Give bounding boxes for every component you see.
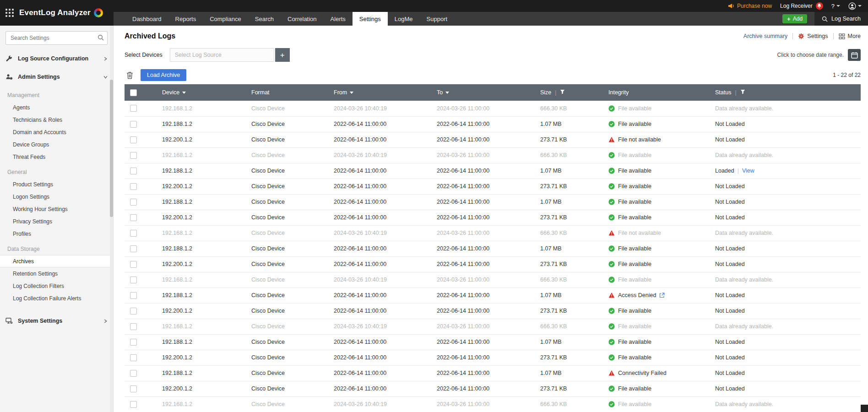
nav-tab-support[interactable]: Support xyxy=(420,12,455,26)
sidebar-item-agents[interactable]: Agents xyxy=(0,101,113,114)
sidebar-item-product-settings[interactable]: Product Settings xyxy=(0,178,113,190)
sidebar-item-profiles[interactable]: Profiles xyxy=(0,228,113,240)
calendar-button[interactable] xyxy=(848,49,861,61)
integrity-label: File available xyxy=(618,121,651,127)
log-search-button[interactable]: Log Search xyxy=(814,12,868,26)
user-menu[interactable] xyxy=(848,2,862,10)
sidebar-item-log-source-configuration[interactable]: Log Source Configuration xyxy=(0,49,113,68)
brand-area: EventLog Analyzer xyxy=(0,0,114,26)
sidebar-item-logon-settings[interactable]: Logon Settings xyxy=(0,190,113,203)
sidebar-item-device-groups[interactable]: Device Groups xyxy=(0,138,113,151)
sidebar-item-threat-feeds[interactable]: Threat Feeds xyxy=(0,151,113,163)
row-checkbox[interactable] xyxy=(130,183,137,190)
column-header-device[interactable]: Device xyxy=(157,84,246,101)
cell-status: Not Loaded xyxy=(710,241,861,256)
row-checkbox[interactable] xyxy=(130,168,137,174)
check-circle-icon xyxy=(608,261,615,267)
cell-from: 2024-03-26 10:40:19 xyxy=(328,396,431,412)
status-label: Not Loaded xyxy=(715,136,745,143)
row-checkbox[interactable] xyxy=(130,276,137,283)
cell-integrity: File available xyxy=(603,396,710,412)
row-checkbox[interactable] xyxy=(130,339,137,346)
status-label: Not Loaded xyxy=(715,385,745,392)
filter-funnel-icon[interactable] xyxy=(560,89,565,96)
sidebar-item-system-settings[interactable]: System Settings xyxy=(0,312,113,330)
view-link[interactable]: View xyxy=(742,168,754,174)
sidebar-item-log-collection-filters[interactable]: Log Collection Filters xyxy=(0,280,113,292)
apps-grid-icon[interactable] xyxy=(5,9,14,17)
cell-checkbox xyxy=(125,116,157,132)
sidebar-scrollbar[interactable] xyxy=(110,26,113,412)
row-checkbox[interactable] xyxy=(130,261,137,268)
row-checkbox[interactable] xyxy=(130,214,137,221)
sidebar-item-technicians-roles[interactable]: Technicians & Roles xyxy=(0,114,113,126)
row-checkbox[interactable] xyxy=(130,354,137,361)
purchase-now-link[interactable]: Purchase now xyxy=(728,3,772,9)
cell-size: 1.07 MB xyxy=(535,287,603,303)
sidebar-item-working-hour-settings[interactable]: Working Hour Settings xyxy=(0,203,113,215)
nav-tab-alerts[interactable]: Alerts xyxy=(324,12,353,26)
nav-tab-search[interactable]: Search xyxy=(248,12,281,26)
scroll-corner-widget[interactable] xyxy=(861,405,868,412)
sidebar-search-input[interactable] xyxy=(5,31,108,45)
help-menu[interactable]: ? xyxy=(831,3,840,10)
row-checkbox[interactable] xyxy=(130,121,137,128)
column-header-format[interactable]: Format xyxy=(246,84,328,101)
cell-size: 666.30 KB xyxy=(535,319,603,334)
add-device-button[interactable]: + xyxy=(275,48,290,62)
select-log-source-input[interactable] xyxy=(170,48,274,62)
row-checkbox[interactable] xyxy=(130,199,137,206)
nav-tab-compliance[interactable]: Compliance xyxy=(203,12,248,26)
add-button[interactable]: + Add xyxy=(782,14,807,23)
nav-tab-dashboard[interactable]: Dashboard xyxy=(125,12,168,26)
row-checkbox[interactable] xyxy=(130,308,137,314)
nav-tab-reports[interactable]: Reports xyxy=(168,12,203,26)
cell-from: 2022-06-14 11:00:00 xyxy=(328,210,431,225)
nav-tab-logme[interactable]: LogMe xyxy=(388,12,420,26)
external-link-icon[interactable] xyxy=(659,293,665,298)
more-action[interactable]: More xyxy=(839,33,861,39)
notification-bell-icon[interactable] xyxy=(816,2,823,10)
nav-tab-correlation[interactable]: Correlation xyxy=(281,12,324,26)
row-checkbox[interactable] xyxy=(130,136,137,143)
row-checkbox[interactable] xyxy=(130,401,137,408)
select-all-checkbox[interactable] xyxy=(130,89,137,96)
sidebar-item-log-collection-failure-alerts[interactable]: Log Collection Failure Alerts xyxy=(0,292,113,304)
sidebar-item-admin-settings[interactable]: Admin Settings xyxy=(0,68,113,86)
column-header-status[interactable]: Status| xyxy=(710,84,861,101)
sidebar-item-archives[interactable]: Archives xyxy=(0,255,113,267)
log-receiver-link[interactable]: Log Receiver xyxy=(780,2,823,10)
column-header-integrity[interactable]: Integrity xyxy=(603,84,710,101)
nav-tab-settings[interactable]: Settings xyxy=(353,12,388,26)
help-label: ? xyxy=(831,3,835,10)
column-header-from[interactable]: From xyxy=(328,84,431,101)
cell-to: 2022-06-14 11:00:00 xyxy=(431,381,535,396)
delete-button[interactable] xyxy=(125,70,135,80)
row-checkbox[interactable] xyxy=(130,370,137,377)
status-label: Data already available. xyxy=(715,152,773,158)
cell-integrity: File available xyxy=(603,303,710,319)
row-checkbox[interactable] xyxy=(130,245,137,252)
row-checkbox[interactable] xyxy=(130,385,137,392)
row-checkbox[interactable] xyxy=(130,230,137,237)
row-checkbox[interactable] xyxy=(130,105,137,112)
table-row: 192.168.1.2Cisco Device2024-03-26 10:40:… xyxy=(125,147,861,163)
archive-summary-link[interactable]: Archive summary xyxy=(743,33,788,39)
sidebar-item-retention-settings[interactable]: Retention Settings xyxy=(0,267,113,280)
sidebar-item-privacy-settings[interactable]: Privacy Settings xyxy=(0,215,113,228)
load-archive-button[interactable]: Load Archive xyxy=(141,69,186,81)
column-header-to[interactable]: To xyxy=(431,84,535,101)
main-nav: DashboardReportsComplianceSearchCorrelat… xyxy=(125,12,454,26)
search-icon[interactable] xyxy=(98,34,104,43)
row-checkbox[interactable] xyxy=(130,323,137,330)
column-header-size[interactable]: Size| xyxy=(535,84,603,101)
sidebar-item-domain-and-accounts[interactable]: Domain and Accounts xyxy=(0,126,113,138)
more-action-label: More xyxy=(848,33,861,39)
settings-action[interactable]: Settings xyxy=(798,33,828,39)
row-checkbox[interactable] xyxy=(130,152,137,159)
scrollbar-thumb[interactable] xyxy=(110,80,113,217)
cell-checkbox xyxy=(125,210,157,225)
filter-funnel-icon[interactable] xyxy=(740,89,745,96)
row-checkbox[interactable] xyxy=(130,292,137,299)
cell-integrity: File available xyxy=(603,210,710,225)
